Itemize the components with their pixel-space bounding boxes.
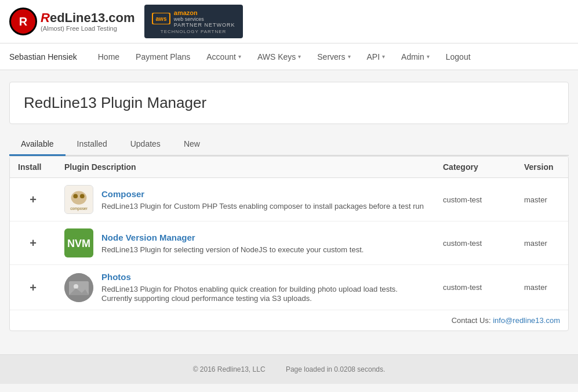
api-caret-icon: ▾ [382, 53, 385, 60]
aws-top-row: aws amazon web services Partner Network [152, 9, 235, 28]
nav-item-admin[interactable]: Admin ▾ [394, 49, 437, 65]
version-cell-nvm: master [516, 222, 568, 265]
plugin-name-nvm[interactable]: Node Version Manager [101, 233, 363, 242]
description-cell-photos: Photos RedLine13 Plugin for Photos enabl… [56, 265, 435, 310]
nav-username: Sebastian Hensiek [9, 52, 77, 61]
nav-item-payment-plans[interactable]: Payment Plans [129, 49, 197, 65]
admin-caret-icon: ▾ [427, 53, 430, 60]
page-header-box: RedLine13 Plugin Manager [9, 82, 569, 124]
description-cell-composer: composer Composer RedLine13 Plugin for C… [56, 178, 435, 222]
svg-point-5 [80, 194, 85, 198]
aws-webservices2-label: web services [174, 16, 235, 22]
plugin-desc-text-photos: RedLine13 Plugin for Photos enabling qui… [101, 285, 398, 303]
col-header-install: Install [10, 157, 56, 178]
nav-bar: Sebastian Hensiek Home Payment Plans Acc… [0, 43, 578, 70]
tab-new[interactable]: New [172, 133, 212, 156]
svg-text:aws: aws [155, 16, 166, 22]
col-header-description: Plugin Description [56, 157, 435, 178]
footer-load-time: Page loaded in 0.0208 seconds. [286, 365, 385, 373]
plugin-desc-photos: Photos RedLine13 Plugin for Photos enabl… [64, 272, 427, 303]
nav-item-aws-keys[interactable]: AWS Keys ▾ [250, 49, 308, 65]
composer-icon: composer [64, 185, 93, 214]
table-row: + [10, 265, 568, 310]
plugin-desc-text-nvm: RedLine13 Plugin for selecting version o… [101, 245, 363, 254]
aws-keys-caret-icon: ▾ [298, 53, 301, 60]
nav-item-home[interactable]: Home [91, 49, 126, 65]
aws-webservices-label: amazon [174, 9, 235, 16]
tab-updates[interactable]: Updates [119, 133, 172, 156]
install-button-photos[interactable]: + [30, 282, 37, 293]
contact-email-link[interactable]: info@redline13.com [493, 316, 560, 325]
aws-text: amazon web services Partner Network [174, 9, 235, 28]
aws-icon: aws [152, 13, 170, 24]
table-row: + NVM Node Version Manager [10, 222, 568, 265]
photos-icon [64, 273, 93, 302]
aws-badge: aws amazon web services Partner Network … [144, 5, 243, 38]
svg-point-4 [73, 194, 78, 198]
svg-text:NVM: NVM [67, 238, 90, 249]
footer: © 2016 Redline13, LLC Page loaded in 0.0… [0, 354, 578, 384]
svg-point-11 [74, 284, 78, 289]
aws-tech-partner-label: Technology Partner [161, 29, 227, 34]
nav-item-account[interactable]: Account ▾ [199, 49, 248, 65]
account-caret-icon: ▾ [238, 53, 241, 60]
logo-bar: R RedLine13.com (Almost) Free Load Testi… [0, 0, 578, 43]
contact-label: Contact Us: [452, 316, 491, 325]
svg-point-3 [71, 191, 87, 205]
footer-copyright: © 2016 Redline13, LLC [193, 365, 266, 373]
nav-item-servers[interactable]: Servers ▾ [310, 49, 357, 65]
col-header-category: Category [435, 157, 516, 178]
tabs: Available Installed Updates New [9, 133, 569, 156]
servers-caret-icon: ▾ [348, 53, 351, 60]
main-content: RedLine13 Plugin Manager Available Insta… [0, 70, 578, 343]
plugin-desc-text-composer: RedLine13 Plugin for Custom PHP Tests en… [101, 202, 424, 210]
plugin-table: Install Plugin Description Category Vers… [10, 157, 568, 310]
description-cell-nvm: NVM Node Version Manager RedLine13 Plugi… [56, 222, 435, 265]
plugin-table-container: Install Plugin Description Category Vers… [9, 156, 569, 331]
plugin-desc-nvm: NVM Node Version Manager RedLine13 Plugi… [64, 228, 427, 257]
nav-item-logout[interactable]: Logout [439, 49, 478, 65]
category-cell-nvm: custom-test [435, 222, 516, 265]
version-cell-photos: master [516, 265, 568, 310]
plugin-info-composer: Composer RedLine13 Plugin for Custom PHP… [101, 189, 424, 210]
nav-item-api[interactable]: API ▾ [360, 49, 392, 65]
install-cell-nvm: + [10, 222, 56, 265]
plugin-info-nvm: Node Version Manager RedLine13 Plugin fo… [101, 233, 363, 254]
logo-circle-icon: R [9, 8, 37, 35]
table-row: + composer [10, 178, 568, 222]
install-cell-photos: + [10, 265, 56, 310]
install-button-composer[interactable]: + [30, 194, 37, 205]
category-cell-photos: custom-test [435, 265, 516, 310]
nvm-icon: NVM [64, 228, 93, 257]
plugin-name-photos[interactable]: Photos [101, 272, 427, 282]
logo-text: RedLine13.com (Almost) Free Load Testing [41, 11, 135, 32]
tab-installed[interactable]: Installed [66, 133, 119, 156]
category-cell-composer: custom-test [435, 178, 516, 222]
plugin-name-composer[interactable]: Composer [101, 189, 424, 199]
logo-site-name: RedLine13.com [41, 11, 135, 25]
tab-available[interactable]: Available [9, 133, 66, 156]
page-title: RedLine13 Plugin Manager [24, 94, 554, 112]
nav-items: Home Payment Plans Account ▾ AWS Keys ▾ … [91, 49, 478, 65]
aws-partner-label: Partner Network [174, 22, 235, 28]
plugin-info-photos: Photos RedLine13 Plugin for Photos enabl… [101, 272, 427, 303]
svg-text:composer: composer [70, 206, 88, 211]
plugin-desc-composer: composer Composer RedLine13 Plugin for C… [64, 185, 427, 214]
logo-subtitle: (Almost) Free Load Testing [41, 25, 135, 32]
aws-logo: aws amazon web services Partner Network … [144, 5, 243, 38]
contact-row: Contact Us: info@redline13.com [10, 310, 568, 331]
install-button-nvm[interactable]: + [30, 237, 37, 249]
redline-logo: R RedLine13.com (Almost) Free Load Testi… [9, 8, 135, 35]
col-header-version: Version [516, 157, 568, 178]
version-cell-composer: master [516, 178, 568, 222]
install-cell-composer: + [10, 178, 56, 222]
